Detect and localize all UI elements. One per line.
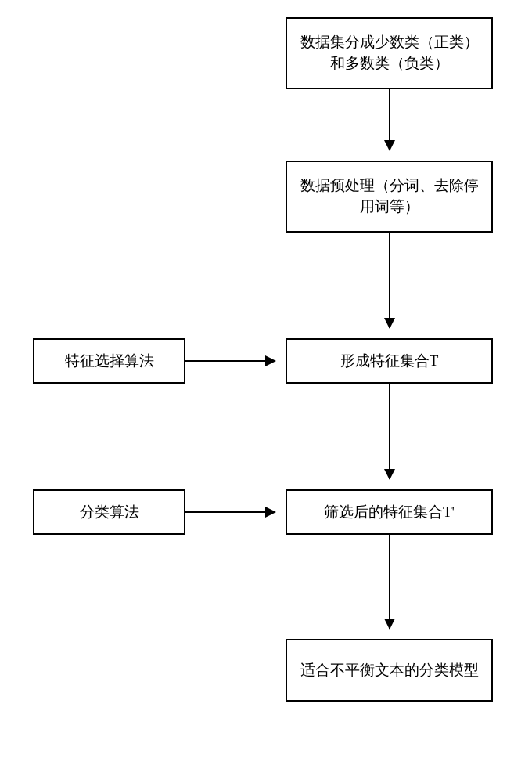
arrow-left4-step4 [185, 511, 275, 513]
arrow-left3-step3 [185, 360, 275, 362]
text-left3: 特征选择算法 [65, 351, 154, 372]
arrow-1-2 [389, 89, 390, 150]
text-left4: 分类算法 [80, 502, 139, 523]
step-feature-set: 形成特征集合T [286, 338, 493, 384]
side-feature-algo: 特征选择算法 [33, 338, 185, 384]
text-step4: 筛选后的特征集合T' [324, 502, 455, 523]
step-model: 适合不平衡文本的分类模型 [286, 639, 493, 702]
step-filtered-set: 筛选后的特征集合T' [286, 489, 493, 535]
text-step5: 适合不平衡文本的分类模型 [300, 660, 479, 681]
arrow-3-4 [389, 384, 390, 479]
text-step1: 数据集分成少数类（正类）和多数类（负类） [297, 32, 482, 74]
step-preprocess: 数据预处理（分词、去除停用词等） [286, 161, 493, 233]
text-step3: 形成特征集合T [340, 351, 439, 372]
side-classify-algo: 分类算法 [33, 489, 185, 535]
step-split-dataset: 数据集分成少数类（正类）和多数类（负类） [286, 17, 493, 89]
arrow-4-5 [389, 535, 390, 629]
arrow-2-3 [389, 233, 390, 328]
text-step2: 数据预处理（分词、去除停用词等） [297, 175, 482, 217]
